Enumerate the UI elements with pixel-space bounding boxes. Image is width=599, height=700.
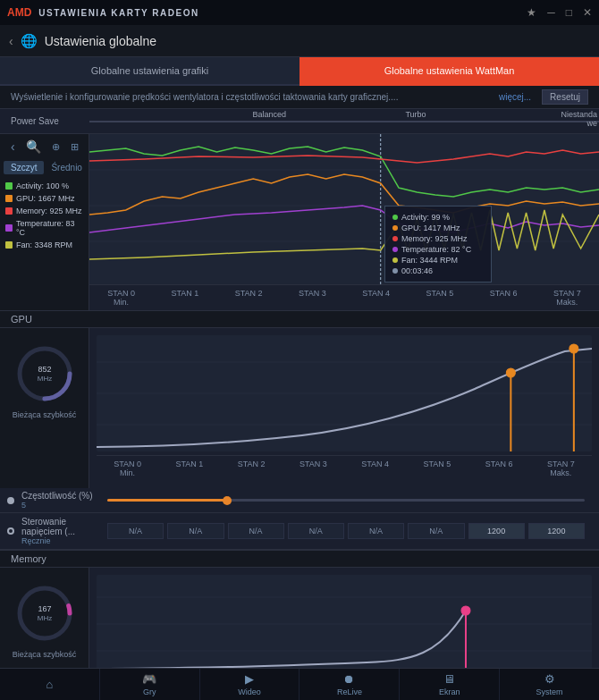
svg-text:MHz: MHz — [37, 375, 51, 383]
back-button[interactable]: ‹ — [9, 34, 13, 48]
state-label-1: STAN 1 — [153, 289, 216, 307]
video-icon: ▶ — [245, 672, 254, 686]
legend-temp: Temperature: 83 °C — [0, 217, 89, 239]
graph-canvas-area: Activity: 99 % GPU: 1417 MHz Memory: 925… — [89, 134, 599, 310]
title-bar: AMD USTAWIENIA KARTY RADEON ★ ─ □ ✕ — [0, 0, 599, 25]
gpu-voltage-row: Sterowanie napięciem (... Ręcznie N/A N/… — [0, 513, 599, 550]
state-label-6: STAN 6 — [472, 289, 536, 307]
header-nav: ‹ 🌐 Ustawienia globalne — [0, 25, 599, 57]
info-bar-right: więcej... Resetuj — [499, 89, 588, 105]
star-button[interactable]: ★ — [527, 6, 536, 19]
gpu-gauge-svg: 852 MHz — [13, 342, 76, 405]
nav-video-label: Wideo — [238, 687, 261, 696]
gpu-voltage-cell-3: N/A — [288, 523, 344, 539]
minimize-button[interactable]: ─ — [547, 6, 555, 19]
legend-fan: Fan: 3348 RPM — [0, 239, 89, 251]
info-bar: Wyświetlenie i konfigurowanie prędkości … — [0, 86, 599, 109]
amd-logo: AMD — [7, 6, 31, 19]
system-icon: ⚙ — [544, 672, 555, 686]
app-title: USTAWIENIA KARTY RADEON — [38, 8, 198, 18]
bottom-nav: ⌂ 🎮 Gry ▶ Wideo ⏺ ReLive 🖥 Ekran ⚙ Syste… — [0, 668, 599, 700]
zoom-icon[interactable]: ⊕ — [48, 139, 63, 155]
gpu-voltage-cell-4: N/A — [348, 523, 404, 539]
tab-global-graphics[interactable]: Globalne ustawienia grafiki — [0, 57, 300, 86]
gpu-voltage-cells-container: N/A N/A N/A N/A N/A N/A 1200 1200 — [100, 516, 592, 546]
svg-text:852: 852 — [38, 365, 51, 374]
gpu-freq-label: Częstotliwość (%) — [21, 491, 93, 501]
tab-wattman[interactable]: Globalne ustawienia WattMan — [300, 57, 599, 86]
nav-system[interactable]: ⚙ System — [500, 669, 599, 700]
display-icon: 🖥 — [443, 672, 455, 686]
nav-video[interactable]: ▶ Wideo — [200, 669, 300, 700]
gpu-voltage-cell-5: N/A — [408, 523, 464, 539]
state-label-0: STAN 0Min. — [89, 289, 153, 307]
gpu-graph-state-labels: STAN 0Min. STAN 1 STAN 2 STAN 3 STAN 4 S… — [89, 284, 599, 310]
nav-display[interactable]: 🖥 Ekran — [400, 669, 500, 700]
svg-text:167: 167 — [38, 604, 51, 613]
main-scroll-area[interactable]: ‹ 🔍 ⊕ ⊞ Szczyt Średnio Activity: 100 % G… — [0, 134, 599, 670]
tooltip-row-gpu: GPU: 1417 MHz — [392, 223, 484, 233]
legend-fan-dot — [5, 241, 13, 249]
tooltip-time-dot — [392, 268, 398, 274]
tab-peak[interactable]: Szczyt — [4, 161, 44, 174]
power-mode-bar: Power Save Balanced Turbo Niestandawe — [0, 109, 599, 134]
memory-gauge: 167 MHz — [13, 582, 76, 645]
gpu-voltage-sublabel: Ręcznie — [21, 536, 93, 545]
gpu-freq-slider-thumb[interactable] — [223, 496, 232, 505]
graph-svg — [89, 134, 599, 284]
nav-relive-label: ReLive — [337, 687, 362, 696]
nav-relive[interactable]: ⏺ ReLive — [300, 669, 400, 700]
close-button[interactable]: ✕ — [583, 6, 592, 19]
maximize-button[interactable]: □ — [566, 6, 572, 19]
gpu-freq-label-container: Częstotliwość (%) 5 — [21, 491, 93, 510]
gpu-panel-row: 852 MHz Bieżąca szybkość — [0, 328, 599, 488]
tooltip-row-fan: Fan: 3444 RPM — [392, 255, 484, 266]
tooltip-temp-dot — [392, 247, 398, 252]
gpu-section-header: GPU — [0, 310, 599, 328]
gpu-spline-svg — [97, 335, 592, 451]
gpu-spline-chart — [97, 335, 592, 451]
legend-gpu: GPU: 1667 MHz — [0, 192, 89, 205]
nav-games-label: Gry — [143, 687, 156, 696]
tooltip-activity-dot — [392, 215, 398, 220]
grid-icon[interactable]: ⊞ — [67, 139, 82, 155]
nav-games[interactable]: 🎮 Gry — [100, 669, 200, 700]
more-link[interactable]: więcej... — [499, 92, 531, 102]
info-text: Wyświetlenie i konfigurowanie prędkości … — [11, 92, 398, 102]
search-icon[interactable]: 🔍 — [22, 138, 45, 156]
gpu-freq-slider-container — [100, 495, 592, 505]
tooltip-row-time: 00:03:46 — [392, 266, 484, 276]
back-graph-btn[interactable]: ‹ — [7, 138, 19, 156]
memory-gauge-svg: 167 MHz — [13, 582, 76, 645]
gpu-voltage-cell-2: N/A — [228, 523, 284, 539]
nav-home[interactable]: ⌂ — [0, 669, 100, 700]
freq-radio-dot[interactable] — [7, 497, 14, 504]
state-label-5: STAN 5 — [408, 289, 471, 307]
gpu-voltage-cells: N/A N/A N/A N/A N/A N/A 1200 1200 — [107, 519, 585, 543]
gpu-gauge: 852 MHz — [13, 342, 76, 405]
gpu-voltage-cell-6[interactable]: 1200 — [468, 523, 525, 539]
gpu-voltage-cell-0: N/A — [107, 523, 164, 539]
state-label-3: STAN 3 — [281, 289, 344, 307]
memory-speed-label: Bieżąca szybkość — [13, 650, 77, 659]
legend-memory: Memory: 925 MHz — [0, 205, 89, 217]
tab-row: Globalne ustawienia grafiki Globalne ust… — [0, 57, 599, 86]
graph-toolbar: ‹ 🔍 ⊕ ⊞ — [0, 134, 89, 159]
graph-section: ‹ 🔍 ⊕ ⊞ Szczyt Średnio Activity: 100 % G… — [0, 134, 599, 310]
tab-average[interactable]: Średnio — [44, 161, 89, 174]
voltage-radio-dot[interactable] — [7, 527, 14, 535]
games-icon: 🎮 — [142, 672, 156, 686]
memory-section-header: Memory — [0, 550, 599, 568]
power-save-label: Power Save — [0, 116, 89, 126]
state-label-2: STAN 2 — [217, 289, 281, 307]
legend-gpu-dot — [5, 195, 13, 202]
state-label-4: STAN 4 — [344, 289, 408, 307]
reset-button[interactable]: Resetuj — [542, 89, 588, 105]
svg-point-15 — [20, 588, 70, 638]
gpu-freq-slider-track[interactable] — [107, 499, 585, 502]
tooltip-row-activity: Activity: 99 % — [392, 212, 484, 223]
home-icon: ⌂ — [46, 678, 53, 691]
gpu-voltage-cell-7[interactable]: 1200 — [528, 523, 585, 539]
gpu-voltage-radio — [7, 527, 14, 535]
title-bar-controls: ★ ─ □ ✕ — [527, 6, 592, 19]
